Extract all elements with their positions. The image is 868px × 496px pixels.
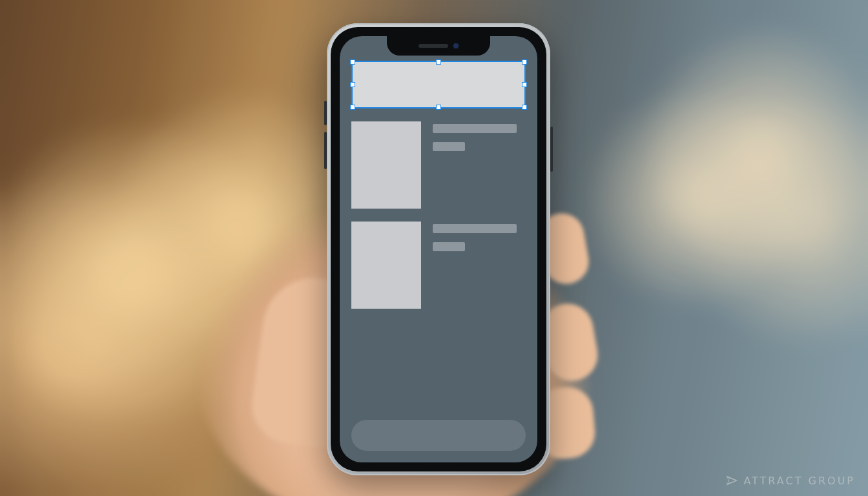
watermark-label: ATTRACT GROUP <box>743 475 855 487</box>
resize-handle-tr[interactable] <box>522 59 527 65</box>
header-placeholder-selected[interactable] <box>351 61 526 108</box>
volume-up-button[interactable] <box>324 101 327 125</box>
bottom-bar-placeholder[interactable] <box>351 420 526 451</box>
subtitle-placeholder <box>433 142 465 151</box>
resize-handle-tl[interactable] <box>350 59 355 65</box>
resize-handle-br[interactable] <box>522 105 527 110</box>
volume-down-button[interactable] <box>324 132 327 169</box>
image-placeholder <box>351 222 421 309</box>
scene-background: ATTRACT GROUP <box>0 0 868 496</box>
text-placeholder-group <box>433 121 517 209</box>
image-placeholder <box>351 121 421 209</box>
phone-screen <box>340 36 537 462</box>
subtitle-placeholder <box>433 242 465 251</box>
resize-handle-tm[interactable] <box>436 59 441 65</box>
wireframe-canvas[interactable] <box>340 36 537 462</box>
resize-handle-ml[interactable] <box>350 82 355 87</box>
list-item[interactable] <box>351 121 526 209</box>
phone-bezel <box>331 27 546 471</box>
watermark: ATTRACT GROUP <box>725 474 855 487</box>
resize-handle-bl[interactable] <box>350 105 355 110</box>
title-placeholder <box>433 224 517 233</box>
list-item[interactable] <box>351 222 526 309</box>
phone-device <box>327 23 550 475</box>
paper-plane-icon <box>725 474 738 487</box>
power-button[interactable] <box>550 127 553 172</box>
resize-handle-bm[interactable] <box>436 105 441 110</box>
title-placeholder <box>433 124 517 133</box>
text-placeholder-group <box>433 222 517 309</box>
resize-handle-mr[interactable] <box>522 82 527 87</box>
